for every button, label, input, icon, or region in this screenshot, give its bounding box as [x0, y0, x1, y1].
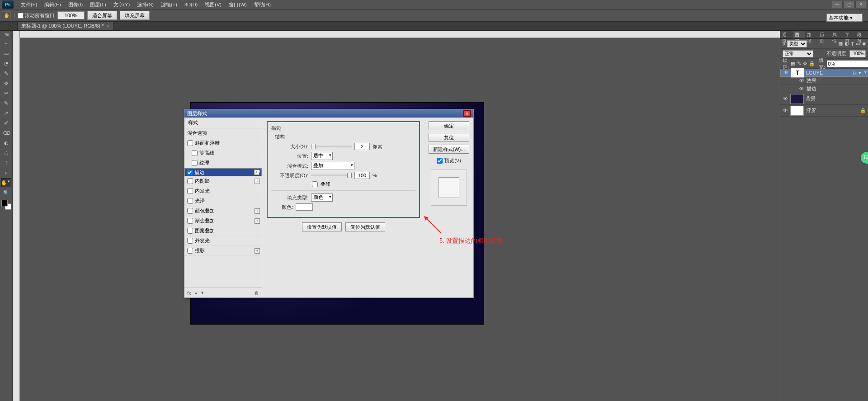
tab-channels[interactable]: 通道 — [780, 31, 793, 38]
style-outer-glow[interactable]: 外发光 — [184, 236, 262, 246]
preview-checkbox-row[interactable]: 预览(V) — [437, 157, 461, 164]
zoom-tool[interactable]: 🔍 — [1, 188, 11, 197]
blur-tool[interactable]: ◌ — [1, 148, 11, 157]
layer-row-bg1[interactable]: 👁 背景 — [780, 93, 868, 105]
fx-icon[interactable]: fx — [187, 290, 191, 296]
filter-icon-4[interactable]: ▭ — [856, 41, 860, 47]
visibility-icon[interactable]: 👁 — [782, 108, 788, 114]
menu-filter[interactable]: 滤镜(T) — [157, 0, 181, 9]
stroke-color-swatch[interactable] — [296, 203, 313, 211]
style-pattern-overlay[interactable]: 图案叠加 — [184, 226, 262, 236]
reset-default-button[interactable]: 复位为默认值 — [345, 222, 385, 231]
menu-type[interactable]: 文字(Y) — [110, 0, 134, 9]
menu-file[interactable]: 文件(F) — [17, 0, 41, 9]
new-style-button[interactable]: 新建样式(W)... — [429, 145, 469, 154]
style-texture[interactable]: 纹理 — [184, 158, 262, 168]
layer-fx-badge[interactable]: fx — [853, 70, 857, 75]
add-icon[interactable]: + — [255, 248, 260, 254]
style-color-overlay[interactable]: 颜色叠加+ — [184, 206, 262, 216]
visibility-icon[interactable]: 👁 — [783, 70, 789, 76]
size-input[interactable] — [354, 143, 370, 150]
crop-tool[interactable]: ✥ — [1, 79, 11, 88]
menu-select[interactable]: 选择(S) — [133, 0, 157, 9]
filter-icon-5[interactable]: ◆ — [862, 41, 866, 47]
style-drop-shadow[interactable]: 投影+ — [184, 246, 262, 256]
maximize-button[interactable]: ▢ — [844, 1, 854, 8]
layer-fx-expand-icon[interactable]: ▾ — [859, 70, 861, 76]
visibility-icon[interactable]: 👁 — [798, 86, 805, 92]
eyedropper-tool[interactable]: ✂ — [1, 89, 11, 98]
tab-paragraph[interactable]: 段落 — [855, 31, 868, 38]
scroll-all-checkbox[interactable] — [18, 13, 24, 19]
lock-pixels-icon[interactable]: ▦ — [791, 61, 795, 66]
scroll-all-windows-checkbox[interactable]: 滚动所有窗口 — [18, 12, 55, 19]
minimize-button[interactable]: — — [832, 1, 843, 8]
tab-properties[interactable]: 属性 — [830, 31, 843, 38]
lasso-tool[interactable]: ◔ — [1, 59, 11, 68]
fit-screen-button[interactable]: 适合屏幕 — [87, 11, 117, 20]
style-blend-options[interactable]: 混合选项 — [184, 128, 262, 138]
preview-checkbox[interactable] — [437, 158, 443, 164]
layer-row-bg2[interactable]: 👁 背景 🔒 — [780, 105, 868, 117]
fill-input[interactable] — [827, 60, 868, 67]
heal-tool[interactable]: ✎ — [1, 99, 11, 108]
add-icon[interactable]: + — [255, 218, 260, 224]
layer-row-louye[interactable]: 👁 T LOUYE fx ▾ — [780, 69, 868, 77]
dialog-close-button[interactable]: × — [463, 110, 471, 117]
stamp-tool[interactable]: ✐ — [1, 118, 11, 127]
size-slider[interactable] — [311, 146, 352, 147]
layer-effects-row[interactable]: 👁 效果 — [780, 77, 868, 85]
fill-type-select[interactable]: 颜色 — [311, 193, 333, 202]
lock-position-icon[interactable]: ✎ — [797, 61, 801, 66]
visibility-icon[interactable]: 👁 — [782, 96, 788, 102]
filter-icon-3[interactable]: T — [851, 41, 854, 47]
gradient-tool[interactable]: ◐ — [1, 138, 11, 147]
stroke-opacity-input[interactable] — [354, 172, 370, 179]
blend-mode-select[interactable]: 叠加 — [311, 162, 354, 170]
overprint-checkbox[interactable] — [312, 181, 318, 187]
opacity-input[interactable] — [849, 50, 866, 57]
trash-icon[interactable]: 🗑 — [254, 290, 259, 296]
style-bevel[interactable]: 斜面和浮雕 — [184, 138, 262, 148]
lock-move-icon[interactable]: ✥ — [803, 61, 807, 66]
close-button[interactable]: × — [855, 1, 866, 8]
tab-character[interactable]: 字符 — [843, 31, 856, 38]
styles-header[interactable]: 样式 — [184, 118, 262, 128]
document-tab[interactable]: 未标题-1 @ 100% (LOUYE, RGB/8) * × — [17, 21, 113, 30]
marquee-tool[interactable]: ▭ — [1, 49, 11, 58]
down-icon[interactable]: ▾ — [201, 290, 204, 296]
visibility-icon[interactable]: 👁 — [798, 78, 805, 84]
path-tool[interactable]: ▹ — [1, 168, 11, 177]
filter-icon-2[interactable]: ◐ — [844, 41, 849, 47]
position-select[interactable]: 居中 — [311, 152, 333, 160]
tab-paths[interactable]: 路径 — [805, 31, 818, 38]
menu-window[interactable]: 窗口(W) — [225, 0, 250, 9]
style-inner-shadow[interactable]: 内阴影+ — [184, 176, 262, 186]
style-satin[interactable]: 光泽 — [184, 196, 262, 206]
brush-tool[interactable]: ↗ — [1, 109, 11, 118]
menu-help[interactable]: 帮助(H) — [250, 0, 274, 9]
add-icon[interactable]: + — [255, 208, 260, 214]
lock-all-icon[interactable]: 🔒 — [809, 61, 815, 66]
add-icon[interactable]: + — [255, 179, 260, 184]
menu-view[interactable]: 视图(V) — [201, 0, 225, 9]
set-default-button[interactable]: 设置为默认值 — [302, 222, 342, 231]
menu-image[interactable]: 图像(I) — [65, 0, 86, 9]
filter-icon-1[interactable]: ▦ — [838, 41, 843, 47]
move-tool[interactable]: ↔ — [1, 39, 11, 48]
tab-layers[interactable]: 图层 — [793, 31, 806, 38]
cancel-button[interactable]: 复位 — [429, 133, 469, 142]
fill-screen-button[interactable]: 填充屏幕 — [120, 11, 150, 20]
style-stroke[interactable]: 描边+ — [184, 168, 262, 176]
menu-edit[interactable]: 编辑(E) — [41, 0, 65, 9]
eraser-tool[interactable]: ⌫ — [1, 128, 11, 137]
menu-layer[interactable]: 图层(L) — [86, 0, 109, 9]
add-icon[interactable]: + — [254, 170, 259, 175]
fg-bg-color[interactable] — [1, 200, 11, 210]
style-inner-glow[interactable]: 内发光 — [184, 186, 262, 196]
type-tool[interactable]: T — [1, 158, 11, 167]
hand-tool[interactable]: ✋ — [1, 178, 11, 187]
style-gradient-overlay[interactable]: 渐变叠加+ — [184, 216, 262, 226]
dialog-titlebar[interactable]: 图层样式 × — [184, 109, 473, 118]
quickselect-tool[interactable]: ✎ — [1, 69, 11, 78]
